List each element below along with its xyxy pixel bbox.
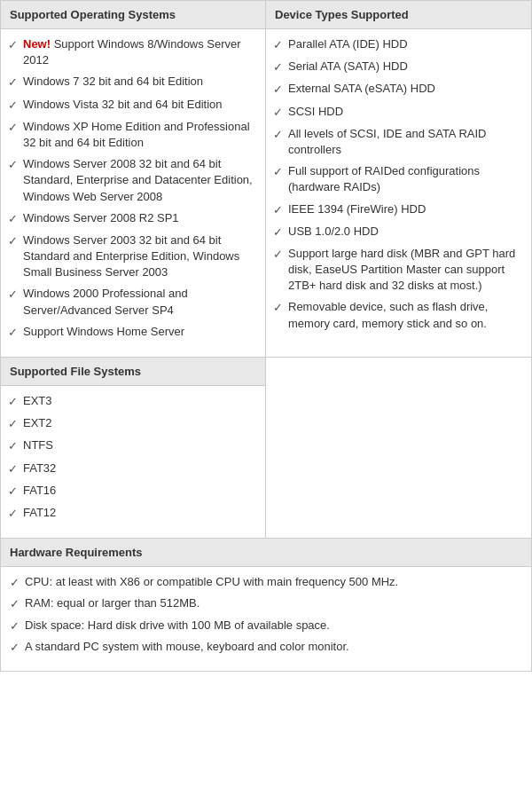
list-item-text: Windows Server 2008 R2 SP1 [23, 210, 179, 226]
check-icon: ✓ [10, 596, 20, 612]
list-item-text: FAT12 [23, 505, 56, 521]
check-icon: ✓ [8, 157, 18, 173]
check-icon: ✓ [10, 575, 20, 591]
list-item: ✓ EXT2 [8, 415, 258, 432]
check-icon: ✓ [8, 325, 18, 341]
file-systems-section: Supported File Systems ✓ EXT3 ✓ EXT2 ✓ N… [1, 358, 266, 538]
list-item-text: FAT16 [23, 483, 56, 499]
list-item: ✓ Parallel ATA (IDE) HDD [273, 36, 524, 53]
list-item-text: SCSI HDD [288, 104, 343, 120]
list-item-text: New! Support Windows 8/Windows Server 20… [23, 36, 258, 68]
list-item-text: EXT2 [23, 415, 52, 431]
list-item-text: Serial ATA (SATA) HDD [288, 59, 408, 75]
list-item: ✓ Support Windows Home Server [8, 324, 258, 341]
list-item: ✓ IEEE 1394 (FireWire) HDD [273, 201, 524, 218]
check-icon: ✓ [8, 416, 18, 432]
list-item-text: Support large hard disk (MBR and GPT har… [288, 246, 524, 295]
list-item-text: NTFS [23, 437, 53, 453]
hardware-req-list: ✓ CPU: at least with X86 or compatible C… [10, 574, 522, 656]
list-item: ✓ All levels of SCSI, IDE and SATA RAID … [273, 126, 524, 158]
supported-os-list: ✓ New! Support Windows 8/Windows Server … [1, 29, 265, 357]
list-item-text: EXT3 [23, 393, 52, 409]
list-item: ✓ USB 1.0/2.0 HDD [273, 224, 524, 240]
list-item-text: Windows Vista 32 bit and 64 bit Edition [23, 97, 223, 113]
list-item-text: Full support of RAIDed configurations (h… [288, 163, 524, 195]
hardware-req-section: Hardware Requirements ✓ CPU: at least wi… [1, 539, 531, 671]
list-item-text: Windows Server 2003 32 bit and 64 bit St… [23, 232, 258, 281]
list-item-text: Windows XP Home Edition and Professional… [23, 119, 258, 151]
check-icon: ✓ [8, 461, 18, 477]
check-icon: ✓ [8, 37, 18, 53]
list-item: ✓ A standard PC system with mouse, keybo… [10, 639, 522, 656]
device-types-section: Device Types Supported ✓ Parallel ATA (I… [266, 1, 531, 357]
list-item: ✓ Support large hard disk (MBR and GPT h… [273, 246, 524, 295]
list-item: ✓ Serial ATA (SATA) HDD [273, 59, 524, 75]
top-grid: Supported Operating Systems ✓ New! Suppo… [1, 1, 531, 358]
list-item-text: RAM: equal or larger than 512MB. [25, 595, 200, 611]
check-icon: ✓ [273, 247, 283, 263]
list-item: ✓ EXT3 [8, 393, 258, 410]
supported-os-header: Supported Operating Systems [1, 1, 265, 29]
list-item-text: FAT32 [23, 461, 56, 476]
list-item-text: Windows Server 2008 32 bit and 64 bit St… [23, 156, 258, 205]
list-item: ✓ Windows Server 2003 32 bit and 64 bit … [8, 232, 258, 281]
list-item: ✓ Disk space: Hard disk drive with 100 M… [10, 618, 522, 634]
list-item-text: All levels of SCSI, IDE and SATA RAID co… [288, 126, 524, 158]
check-icon: ✓ [273, 127, 283, 143]
check-icon: ✓ [8, 120, 18, 136]
check-icon: ✓ [8, 484, 18, 500]
device-types-list: ✓ Parallel ATA (IDE) HDD ✓ Serial ATA (S… [266, 29, 531, 348]
check-icon: ✓ [273, 164, 283, 180]
check-icon: ✓ [273, 37, 283, 53]
check-icon: ✓ [8, 75, 18, 91]
list-item: ✓ Windows Server 2008 32 bit and 64 bit … [8, 156, 258, 205]
list-item-text: A standard PC system with mouse, keyboar… [25, 639, 349, 655]
device-types-header: Device Types Supported [266, 1, 531, 29]
list-item: ✓ Full support of RAIDed configurations … [273, 163, 524, 195]
list-item: ✓ FAT16 [8, 483, 258, 500]
list-item: ✓ Windows 2000 Professional and Server/A… [8, 286, 258, 318]
supported-os-section: Supported Operating Systems ✓ New! Suppo… [1, 1, 266, 357]
bottom-grid: Supported File Systems ✓ EXT3 ✓ EXT2 ✓ N… [1, 358, 531, 539]
list-item: ✓ CPU: at least with X86 or compatible C… [10, 574, 522, 591]
new-label: New! [23, 37, 51, 51]
list-item-text: Disk space: Hard disk drive with 100 MB … [25, 618, 330, 634]
check-icon: ✓ [273, 300, 283, 316]
check-icon: ✓ [8, 506, 18, 522]
check-icon: ✓ [8, 233, 18, 249]
list-item-text: Windows 2000 Professional and Server/Adv… [23, 286, 258, 318]
check-icon: ✓ [8, 394, 18, 410]
list-item-text: Parallel ATA (IDE) HDD [288, 36, 408, 52]
list-item: ✓ Windows Vista 32 bit and 64 bit Editio… [8, 97, 258, 114]
check-icon: ✓ [8, 438, 18, 454]
check-icon: ✓ [8, 211, 18, 227]
list-item: ✓ New! Support Windows 8/Windows Server … [8, 36, 258, 68]
check-icon: ✓ [8, 98, 18, 114]
check-icon: ✓ [10, 640, 20, 656]
hardware-req-header: Hardware Requirements [1, 539, 531, 567]
list-item-text: Removable device, such as flash drive, m… [288, 299, 524, 331]
check-icon: ✓ [273, 82, 283, 98]
file-systems-header: Supported File Systems [1, 358, 265, 386]
list-item: ✓ FAT12 [8, 505, 258, 522]
list-item: ✓ SCSI HDD [273, 104, 524, 121]
list-item: ✓ NTFS [8, 437, 258, 454]
list-item: ✓ External SATA (eSATA) HDD [273, 81, 524, 98]
list-item-text: Support Windows Home Server [23, 324, 184, 340]
list-item-text: IEEE 1394 (FireWire) HDD [288, 201, 426, 217]
list-item: ✓ Windows 7 32 bit and 64 bit Edition [8, 74, 258, 91]
list-item-text: CPU: at least with X86 or compatible CPU… [25, 574, 398, 590]
list-item: ✓ Windows Server 2008 R2 SP1 [8, 210, 258, 227]
check-icon: ✓ [10, 618, 20, 634]
list-item: ✓ RAM: equal or larger than 512MB. [10, 595, 522, 612]
file-systems-list: ✓ EXT3 ✓ EXT2 ✓ NTFS ✓ FAT32 ✓ FAT16 [1, 386, 265, 538]
check-icon: ✓ [8, 287, 18, 303]
check-icon: ✓ [273, 202, 283, 218]
list-item: ✓ FAT32 [8, 461, 258, 477]
list-item: ✓ Removable device, such as flash drive,… [273, 299, 524, 331]
empty-col [266, 358, 531, 538]
check-icon: ✓ [273, 224, 283, 240]
main-container: Supported Operating Systems ✓ New! Suppo… [0, 0, 532, 672]
check-icon: ✓ [273, 105, 283, 121]
list-item-text: USB 1.0/2.0 HDD [288, 224, 379, 240]
